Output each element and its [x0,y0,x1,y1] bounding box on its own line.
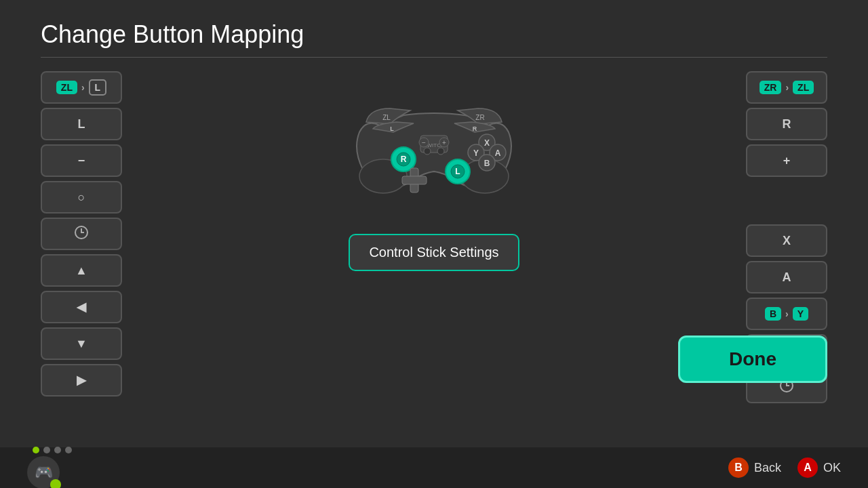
center-panel: SWITCH − + [136,71,732,424]
left-btn-dpad-left[interactable]: ◀ [41,291,122,323]
remap-to-l: L [89,79,107,96]
left-button-panel: ZL › L L − ○ ▲ [41,71,122,424]
svg-text:R: R [401,155,407,164]
a-button-icon: A [797,458,818,478]
controller-image: SWITCH − + [346,71,522,220]
done-button[interactable]: Done [678,336,827,383]
label-x: X [783,234,791,248]
left-btn-minus[interactable]: − [41,144,122,177]
remap-arrow: › [81,82,85,93]
done-area: Done [678,336,827,383]
right-btn-x[interactable]: X [746,224,827,257]
label-l: L [78,117,85,131]
svg-text:L: L [390,125,394,132]
minus-icon: − [78,154,85,168]
remap-from-zl: ZL [56,81,77,94]
dpad-right-icon: ▶ [77,373,86,388]
control-stick-settings-button[interactable]: Control Stick Settings [349,234,519,271]
b-button-icon: B [728,458,749,478]
svg-rect-10 [402,176,427,184]
ok-label: OK [823,461,841,475]
label-r: R [783,117,791,131]
svg-text:+: + [442,139,446,146]
footer: 🎮 B Back A OK [0,447,868,488]
dot-1 [33,447,39,453]
svg-text:Y: Y [473,148,479,158]
dpad-up-icon: ▲ [75,264,87,278]
svg-point-16 [437,148,444,155]
page-header: Change Button Mapping [0,0,868,49]
left-btn-dpad-down[interactable]: ▼ [41,327,122,360]
svg-text:ZL: ZL [382,114,391,121]
right-btn-a[interactable]: A [746,261,827,293]
svg-text:L: L [455,167,460,176]
dot-3 [54,447,61,453]
label-a: A [783,270,791,285]
dpad-down-icon: ▼ [75,337,87,351]
remap-to-zl: ZL [793,81,814,94]
right-spacer [746,181,827,220]
svg-text:B: B [484,159,490,168]
back-nav-item: B Back [728,458,781,478]
svg-text:A: A [495,148,501,158]
svg-text:X: X [484,138,490,148]
right-btn-b-y[interactable]: B › Y [746,298,827,330]
svg-text:−: − [422,139,426,146]
left-btn-l[interactable]: L [41,108,122,140]
remap-from-b: B [765,307,781,321]
ok-nav-item: A OK [797,458,841,478]
controller-area: SWITCH − + [346,71,522,271]
right-btn-plus[interactable]: + [746,144,827,177]
screenshot-icon [74,225,89,243]
right-btn-r[interactable]: R [746,108,827,140]
remap-to-y: Y [793,307,808,321]
remap-from-zr: ZR [760,81,782,94]
controller-icon: 🎮 [27,456,60,488]
footer-dots [33,447,72,453]
svg-point-15 [424,148,431,155]
left-btn-screenshot[interactable] [41,218,122,250]
main-content: ZL › L L − ○ ▲ [0,58,868,437]
left-btn-capture[interactable]: ○ [41,181,122,214]
plus-icon: + [783,154,791,168]
dot-2 [43,447,50,453]
right-btn-zr-zl[interactable]: ZR › ZL [746,71,827,104]
footer-nav: B Back A OK [728,458,841,478]
remap-arrow-by: › [785,308,789,319]
back-label: Back [754,461,781,475]
remap-arrow-zr: › [785,82,789,93]
left-btn-zl-l[interactable]: ZL › L [41,71,122,104]
left-btn-dpad-up[interactable]: ▲ [41,254,122,287]
capture-icon: ○ [78,190,85,205]
left-btn-dpad-right[interactable]: ▶ [41,364,122,396]
dpad-left-icon: ◀ [77,300,86,314]
page-title: Change Button Mapping [41,20,827,49]
dot-4 [65,447,72,453]
svg-text:R: R [473,125,477,132]
svg-text:ZR: ZR [475,114,484,121]
controller-badge [50,479,61,488]
